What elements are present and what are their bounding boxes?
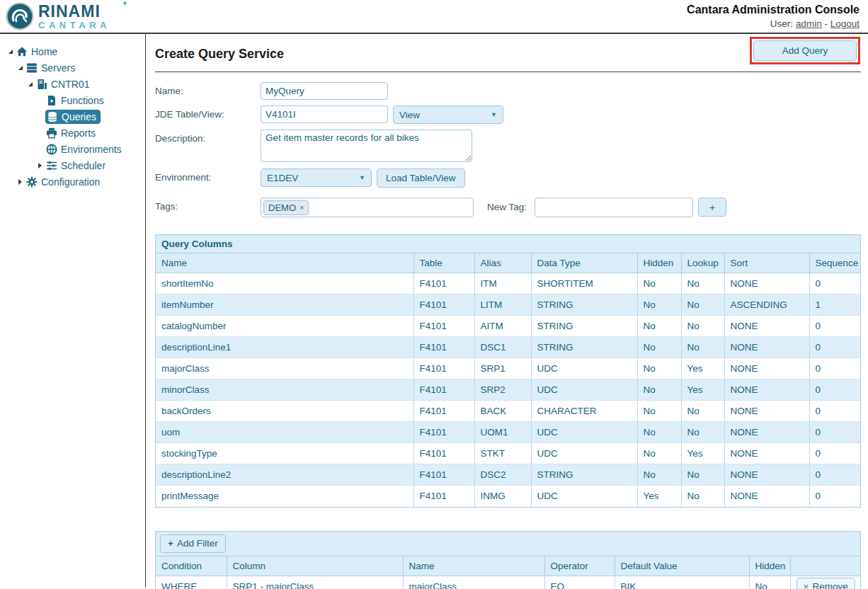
filter-header-default-value: Default Value xyxy=(615,556,749,576)
table-cell: F4101 xyxy=(413,358,474,379)
description-label: Description: xyxy=(155,130,261,144)
console-title: Cantara Administration Console xyxy=(687,4,860,16)
filters-panel: +Add Filter ConditionColumnNameOperatorD… xyxy=(155,531,861,589)
load-table-view-button[interactable]: Load Table/View xyxy=(377,168,465,188)
user-label: User: xyxy=(770,18,793,29)
tag-chip: DEMO× xyxy=(263,200,309,215)
collapsed-arrow-icon[interactable] xyxy=(15,179,25,185)
printer-icon xyxy=(46,127,59,139)
new-tag-input[interactable] xyxy=(535,198,693,217)
sidebar-item-environments[interactable]: Environments xyxy=(0,141,145,157)
sidebar-item-reports[interactable]: Reports xyxy=(0,125,145,141)
query-columns-table: NameTableAliasData TypeHiddenLookupSortS… xyxy=(156,253,860,507)
tags-input[interactable]: DEMO× xyxy=(261,198,474,217)
table-cell: 0 xyxy=(809,316,860,337)
table-cell: F4101 xyxy=(413,273,474,294)
query-column-row[interactable]: descriptionLine1F4101DSC1STRINGNoNoNONE0 xyxy=(156,337,860,358)
remove-filter-button[interactable]: ×Remove xyxy=(796,578,855,589)
table-cell: F4101 xyxy=(413,379,474,401)
table-cell: BACK xyxy=(474,401,531,422)
table-cell: 0 xyxy=(809,273,860,294)
sidebar-item-configuration[interactable]: Configuration xyxy=(0,173,145,190)
add-query-button[interactable]: Add Query xyxy=(753,40,857,61)
table-cell: No xyxy=(681,273,724,294)
table-view-type-select[interactable]: View ▼ xyxy=(393,105,503,124)
sidebar-item-home[interactable]: Home xyxy=(0,43,145,59)
column-header-sequence: Sequence xyxy=(809,253,860,273)
name-input[interactable] xyxy=(261,82,388,100)
table-cell: DSC2 xyxy=(474,464,531,486)
table-cell: UDC xyxy=(531,422,637,443)
description-textarea[interactable]: Get item master records for all bikes xyxy=(261,130,472,162)
user-link[interactable]: admin xyxy=(796,18,822,29)
sidebar-item-label: Home xyxy=(31,46,57,57)
filter-header-actions xyxy=(790,556,860,576)
query-column-row[interactable]: majorClassF4101SRP1UDCNoYesNONE0 xyxy=(156,358,860,379)
sidebar-item-scheduler[interactable]: Scheduler xyxy=(0,157,145,173)
brand-name: RINAMI xyxy=(38,4,110,20)
table-cell: NONE xyxy=(724,358,809,379)
table-cell: Yes xyxy=(637,486,681,507)
table-cell: 0 xyxy=(809,401,860,422)
collapsed-arrow-icon[interactable] xyxy=(35,163,45,168)
sidebar-item-label: Functions xyxy=(61,95,104,106)
query-column-row[interactable]: stockingTypeF4101STKTUDCNoYesNONE0 xyxy=(156,443,860,464)
expanded-arrow-icon[interactable] xyxy=(25,82,35,86)
sidebar-item-functions[interactable]: Functions xyxy=(0,92,145,108)
environment-select[interactable]: E1DEV ▼ xyxy=(261,168,372,187)
table-view-input[interactable] xyxy=(261,105,388,123)
expanded-arrow-icon[interactable] xyxy=(5,50,16,54)
filter-header-condition: Condition xyxy=(156,556,227,576)
table-cell: UDC xyxy=(531,358,637,379)
table-cell: NONE xyxy=(724,422,809,443)
table-cell: No xyxy=(637,294,681,316)
table-cell: 0 xyxy=(809,379,860,401)
sidebar-item-label: Queries xyxy=(62,111,96,122)
add-tag-button[interactable]: + xyxy=(698,198,726,217)
query-column-row[interactable]: descriptionLine2F4101DSC2STRINGNoNoNONE0 xyxy=(156,464,860,486)
table-cell: STRING xyxy=(531,337,637,358)
table-cell: STKT xyxy=(474,443,531,464)
table-cell: F4101 xyxy=(413,464,474,486)
scheduler-icon xyxy=(46,160,59,171)
table-cell: No xyxy=(681,422,724,443)
environment-label: Environment: xyxy=(155,168,261,183)
table-cell: NONE xyxy=(724,273,809,294)
sidebar-item-label: Configuration xyxy=(41,176,100,188)
table-cell: No xyxy=(681,401,724,422)
query-column-row[interactable]: shortItemNoF4101ITMSHORTITEMNoNoNONE0 xyxy=(156,273,860,294)
logout-link[interactable]: Logout xyxy=(830,18,860,29)
sidebar-item-servers[interactable]: Servers xyxy=(0,59,145,76)
user-bar: User: admin - Logout xyxy=(687,18,860,29)
table-cell: UDC xyxy=(531,379,637,401)
main-content: Create Query Service Add Query Name: JDE… xyxy=(146,34,868,588)
table-cell: majorClass xyxy=(403,576,544,589)
add-filter-button[interactable]: +Add Filter xyxy=(160,534,226,553)
query-columns-panel: Query Columns NameTableAliasData TypeHid… xyxy=(155,234,861,508)
query-column-row[interactable]: itemNumberF4101LITMSTRINGNoNoASCENDING1 xyxy=(156,294,860,316)
query-column-row[interactable]: minorClassF4101SRP2UDCNoYesNONE0 xyxy=(156,379,860,401)
brand-product: CANTARA xyxy=(38,21,110,30)
table-cell: F4101 xyxy=(413,422,474,443)
table-cell: AITM xyxy=(474,316,531,337)
table-cell: DSC1 xyxy=(474,337,531,358)
sidebar-item-cntr01[interactable]: CNTR01 xyxy=(0,76,145,92)
table-cell: 0 xyxy=(809,337,860,358)
function-icon xyxy=(46,95,59,106)
table-cell: stockingType xyxy=(156,443,413,464)
expanded-arrow-icon[interactable] xyxy=(15,66,25,70)
query-column-row[interactable]: printMessageF4101INMGUDCYesNoNONE0 xyxy=(156,486,860,507)
table-cell: No xyxy=(681,294,724,316)
query-column-row[interactable]: catalogNumberF4101AITMSTRINGNoNoNONE0 xyxy=(156,316,860,337)
table-cell: descriptionLine1 xyxy=(156,337,413,358)
filters-table: ConditionColumnNameOperatorDefault Value… xyxy=(156,556,860,589)
query-column-row[interactable]: uomF4101UOM1UDCNoNoNONE0 xyxy=(156,422,860,443)
sidebar-item-queries[interactable]: Queries xyxy=(0,108,145,125)
table-view-type-value: View xyxy=(399,110,420,120)
table-cell: minorClass xyxy=(156,379,413,401)
remove-tag-icon[interactable]: × xyxy=(299,203,304,212)
table-cell: No xyxy=(637,379,681,401)
globe-icon xyxy=(46,144,59,155)
table-cell: 0 xyxy=(809,464,860,486)
query-column-row[interactable]: backOrdersF4101BACKCHARACTERNoNoNONE0 xyxy=(156,401,860,422)
